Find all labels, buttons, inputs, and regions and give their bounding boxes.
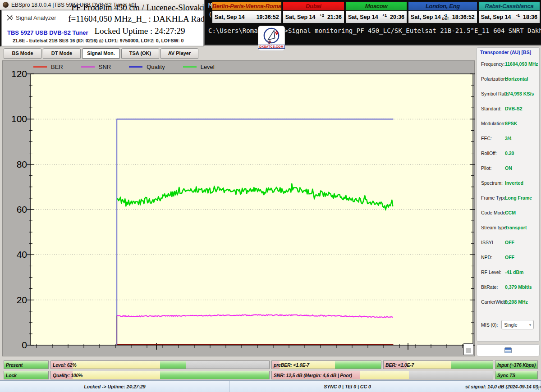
clock-utc-offset: -1 <box>516 13 520 18</box>
transponder-row-label: Spectrum: <box>481 180 503 186</box>
signal-bar: Level: 62% <box>50 360 270 369</box>
transponder-row-label: Pilot: <box>481 165 491 171</box>
transponder-row: BitRate:0,379 Mbit/s <box>477 284 540 293</box>
transponder-row-value: 0,208 MHz <box>505 299 528 305</box>
clock-time-row: Sat, Sep 14-1DST18:36:52 <box>408 11 477 23</box>
transponder-row-value: 0.20 <box>505 150 514 156</box>
transponder-row-value: 11604,093 MHz <box>505 61 538 67</box>
clock-time-row: Sat, Sep 14+120:36 <box>346 11 407 23</box>
bar-segment-green <box>160 361 186 369</box>
clock-utc-offset: -1DST <box>442 14 449 20</box>
bar-segment-gray <box>186 361 269 369</box>
transponder-row-label: Frame Type: <box>481 195 508 201</box>
y-axis-tick-label: 100 <box>4 114 27 124</box>
clock-date: Sat, Sep 14 <box>285 14 316 20</box>
transponder-row: NPD:OFF <box>477 255 540 264</box>
signal-bar: Lock <box>4 371 49 379</box>
transponder-row-value: Inverted <box>505 180 523 186</box>
transponder-row-value: CCM <box>505 210 516 215</box>
transponder-panel-title: Transponder (AU) [BS] <box>480 50 531 55</box>
clock-city-label: Dubai <box>283 2 344 11</box>
transponder-row: Symbol Rate:174,993 KS/s <box>477 91 540 100</box>
disk-icon <box>504 347 512 353</box>
y-axis-tick-label: 120 <box>4 68 27 79</box>
signal-bars-row-1: PresentLevel: 62%preBER: <1.0E-7BER: <1.… <box>4 360 538 369</box>
clock-utc-offset: +2 <box>320 13 324 18</box>
clock-time: 20:36 <box>390 14 404 20</box>
transponder-row-label: Frequency: <box>481 61 505 67</box>
transponder-row-label: RollOff: <box>481 150 497 156</box>
y-axis-tick-label: 80 <box>4 159 27 170</box>
dxsatcs-logo: DXSATCS.COM <box>258 26 285 51</box>
signal-bar-label: preBER: <1.0E-7 <box>274 361 309 369</box>
tuner-detail: 21.6E - Eutelsat 21B SES 16 (ID: 0216) @… <box>13 38 183 43</box>
transponder-row: Polarization:Horizontal <box>477 76 540 85</box>
signal-bar: Present <box>4 360 49 369</box>
record-capture-button[interactable] <box>477 344 540 356</box>
chevron-down-icon: ▾ <box>529 323 532 327</box>
transponder-row-label: FEC: <box>481 136 492 141</box>
clock-time: 21:36 <box>327 14 342 20</box>
signal-bar-label: Present <box>6 361 23 369</box>
transponder-row: ISSYIOFF <box>477 240 540 249</box>
transponder-row-value: DVB-S2 <box>505 106 523 111</box>
clock-time-row: Sat, Sep 14-118:36 <box>479 11 540 23</box>
transponder-row-label: NPD: <box>481 255 492 260</box>
transponder-row-value: Horizontal <box>505 76 528 82</box>
tab-signal-mon-[interactable]: Signal Mon. <box>82 48 120 59</box>
transponder-row-value: -41 dBm <box>505 269 523 275</box>
signal-bar-label: Quality: 100% <box>53 371 83 379</box>
mode-tabbar: BS ModeDT ModeSignal Mon.TSA (OK)AV Play… <box>4 48 198 59</box>
transponder-row-value: 174,993 KS/s <box>505 91 534 96</box>
clock-utc-offset: +1 <box>382 13 387 18</box>
clock-date: Sat, Sep 14 <box>348 14 378 20</box>
transponder-row: RollOff:0.20 <box>477 150 540 160</box>
transponder-row-label: Modulation: <box>481 121 505 126</box>
chart-corner-widget <box>463 343 473 355</box>
tab-tsa-ok-[interactable]: TSA (OK) <box>121 48 159 59</box>
transponder-row-value: OFF <box>505 255 514 260</box>
clock-2: MoscowSat, Sep 14+120:36 <box>345 1 407 23</box>
transponder-row-value: ON <box>505 165 512 171</box>
transponder-row-label: BitRate: <box>481 284 498 290</box>
transponder-panel: Transponder (AU) [BS] Frequency:11604,09… <box>477 47 540 342</box>
clock-time: 18:36 <box>523 14 537 20</box>
transponder-row-value: 0,379 Mbit/s <box>505 284 532 290</box>
signal-bars-row-2: LockQuality: 100%SNR: 12,5 dB (Margin: 4… <box>4 371 538 379</box>
mis-select[interactable]: Single ▾ <box>501 320 534 329</box>
app-title: EBSpro 18.0.0.4 [TBS 5927 USB DVB-S2 Tun… <box>11 2 136 8</box>
signal-bar: Sync TS <box>495 371 538 379</box>
bar-segment-yellow <box>360 371 409 379</box>
signal-bar: preBER: <1.0E-7 <box>271 360 381 369</box>
bar-segment-gray <box>409 371 493 379</box>
clock-dst-label: DST <box>442 17 449 20</box>
transponder-row: Standard:DVB-S2 <box>477 106 540 115</box>
signal-bar-label: SNR: 12,5 dB (Margin: 4,6 dB | Poor) <box>274 371 352 379</box>
clock-time-row: Sat, Sep 1419:36:52 <box>212 11 281 23</box>
clock-4: Rabat-CasablancaSat, Sep 14-118:36 <box>478 1 540 23</box>
app-icon <box>3 2 9 8</box>
transponder-row: Modulation:8PSK <box>477 121 540 130</box>
app-titlebar[interactable]: EBSpro 18.0.0.4 [TBS 5927 USB DVB-S2 Tun… <box>0 0 205 10</box>
tab-av-player[interactable]: AV Player <box>160 48 198 59</box>
transponder-row-value: 8PSK <box>505 121 517 126</box>
clock-city-label: Rabat-Casablanca <box>479 2 540 11</box>
bar-segment-green <box>335 361 381 369</box>
bar-segment-yellow <box>73 371 160 379</box>
transponder-row: CarrierWidth:0,208 MHz <box>477 299 540 308</box>
tab-dt-mode[interactable]: DT Mode <box>43 48 81 59</box>
clock-time-row: Sat, Sep 14+221:36 <box>283 11 344 23</box>
signal-bar: BER: <1.0E-7 <box>383 360 493 369</box>
tab-bs-mode[interactable]: BS Mode <box>4 48 41 59</box>
signal-bar: Input (~376 Kbps) <box>495 360 538 369</box>
clock-3: London, EngSat, Sep 14-1DST18:36:52 <box>408 1 477 23</box>
world-clocks-strip: Berlin-Paris-Vienna-RomaSat, Sep 1419:36… <box>212 1 540 23</box>
signal-chart-panel: BERSNRQualityLevel 020406080100120 <box>2 60 475 356</box>
clock-date: Sat, Sep 14 <box>411 14 441 20</box>
signal-chart <box>3 61 475 357</box>
clock-time: 18:36:52 <box>452 14 475 20</box>
y-axis-tick-label: 0 <box>4 340 27 351</box>
signal-analyzer-window: Signal Analyzer TBS 5927 USB DVB-S2 Tune… <box>1 10 204 46</box>
transponder-row: Frame Type:Long Frame <box>477 195 540 204</box>
clock-1: DubaiSat, Sep 14+221:36 <box>283 1 344 23</box>
